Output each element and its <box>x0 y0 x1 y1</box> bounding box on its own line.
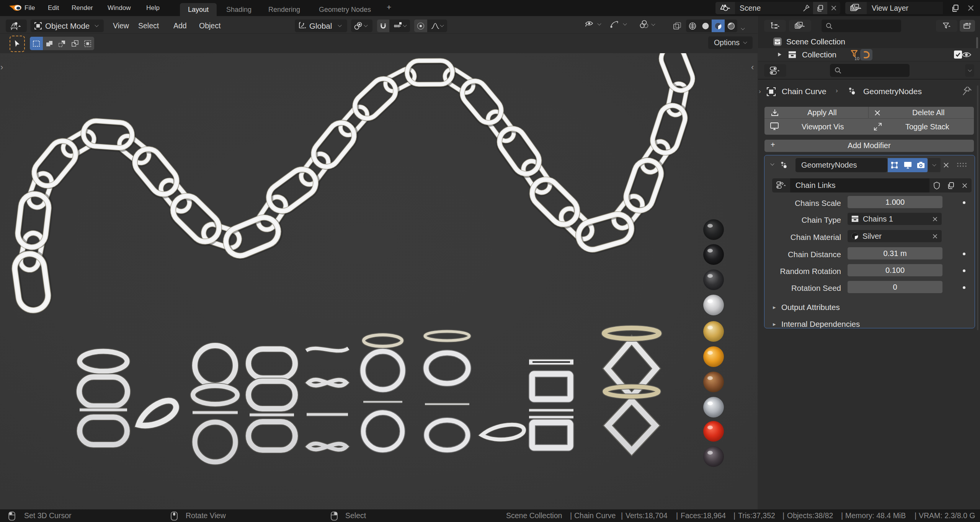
svg-text:10: 10 <box>854 56 859 60</box>
